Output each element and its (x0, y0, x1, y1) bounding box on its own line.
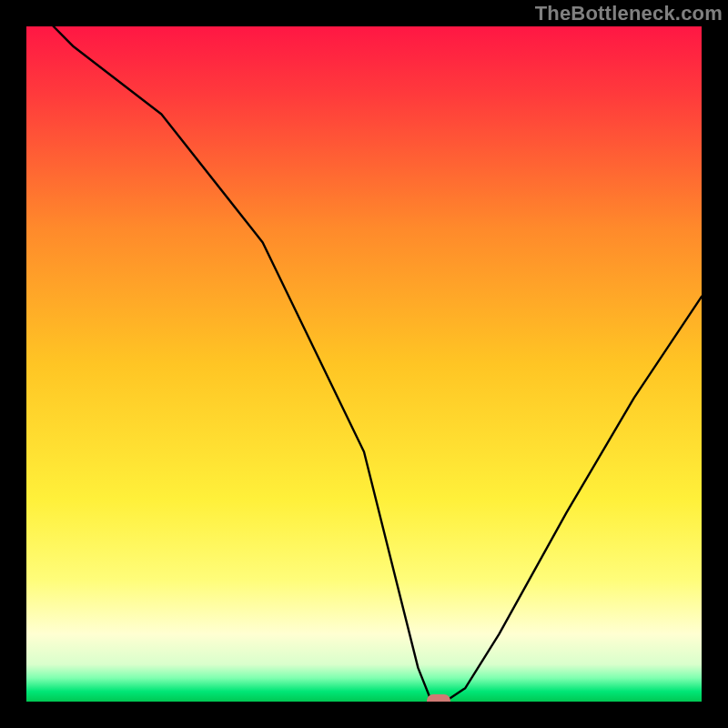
bottleneck-chart (26, 26, 702, 702)
marker-chip (427, 694, 450, 702)
gradient-background (26, 26, 702, 702)
plot-area (26, 26, 702, 702)
chart-frame: TheBottleneck.com (0, 0, 728, 728)
watermark-text: TheBottleneck.com (535, 2, 723, 25)
